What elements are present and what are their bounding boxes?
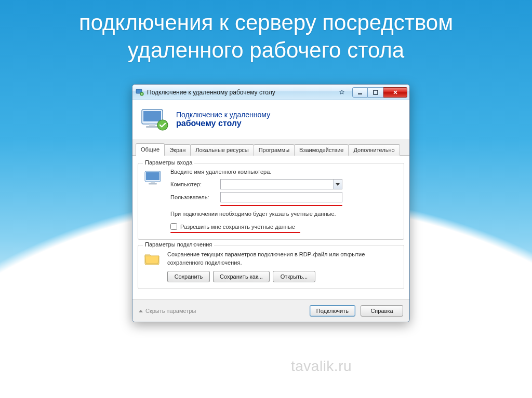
login-group-legend: Параметры входа: [143, 159, 194, 166]
caret-up-icon: [139, 310, 143, 312]
svg-rect-3: [374, 90, 378, 94]
user-label: Пользователь:: [170, 194, 217, 200]
help-button[interactable]: Справка: [361, 305, 403, 317]
titlebar[interactable]: Подключение к удаленному рабочему столу: [132, 85, 409, 100]
rdp-banner-icon: [140, 107, 170, 131]
computer-label: Компьютер:: [170, 181, 217, 187]
chevron-down-icon[interactable]: [333, 180, 342, 189]
save-credentials-checkbox[interactable]: Разрешить мне сохранять учетные данные: [170, 223, 398, 230]
maximize-button[interactable]: [368, 87, 383, 98]
save-button[interactable]: Сохранить: [167, 271, 210, 282]
header-banner: Подключение к удаленному рабочему столу: [132, 100, 409, 140]
save-as-button[interactable]: Сохранить как...: [213, 271, 270, 282]
tab-display[interactable]: Экран: [164, 144, 191, 156]
user-underline-annotation: [220, 205, 342, 206]
tab-general[interactable]: Общие: [136, 143, 165, 156]
svg-rect-12: [149, 183, 157, 185]
monitor-icon: [143, 169, 164, 233]
checkbox-underline-annotation: [170, 232, 300, 233]
connection-group-legend: Параметры подключения: [143, 241, 214, 248]
tab-programs[interactable]: Программы: [254, 144, 295, 156]
svg-rect-10: [146, 172, 159, 180]
header-line1: Подключение к удаленному: [176, 111, 270, 119]
user-input[interactable]: [220, 192, 342, 202]
login-group: Параметры входа Введите имя удаленного к…: [138, 163, 404, 240]
svg-rect-5: [143, 111, 161, 121]
credentials-note: При подключении необходимо будет указать…: [170, 210, 398, 218]
minimize-button[interactable]: [352, 87, 368, 98]
tab-experience[interactable]: Взаимодействие: [294, 144, 349, 156]
header-line2: рабочему столу: [176, 119, 270, 128]
connect-button[interactable]: Подключить: [310, 305, 355, 317]
login-instruction: Введите имя удаленного компьютера.: [170, 169, 398, 175]
tab-pane-general: Параметры входа Введите имя удаленного к…: [132, 156, 409, 299]
svg-rect-11: [151, 182, 155, 183]
hide-options-link[interactable]: Скрыть параметры: [139, 308, 196, 314]
computer-combobox[interactable]: [220, 179, 342, 189]
slide-title: подключения к серверу посредством удален…: [0, 0, 532, 64]
save-credentials-input[interactable]: [170, 223, 177, 230]
connection-desc: Сохранение текущих параметров подключени…: [167, 251, 398, 267]
dialog-footer: Скрыть параметры Подключить Справка: [132, 299, 409, 322]
tab-local-resources[interactable]: Локальные ресурсы: [190, 144, 254, 156]
connection-group: Параметры подключения Сохранение текущих…: [138, 245, 404, 289]
tab-advanced[interactable]: Дополнительно: [348, 144, 400, 156]
open-button[interactable]: Открыть...: [273, 271, 315, 282]
save-credentials-label: Разрешить мне сохранять учетные данные: [180, 224, 295, 230]
svg-rect-2: [358, 93, 362, 94]
svg-point-8: [157, 120, 168, 130]
tab-strip: Общие Экран Локальные ресурсы Программы …: [132, 140, 409, 156]
svg-rect-6: [149, 124, 155, 126]
svg-rect-7: [146, 126, 158, 128]
app-icon: [136, 88, 144, 97]
pin-icon[interactable]: [336, 89, 348, 95]
rdp-window: Подключение к удаленному рабочему столу: [132, 84, 410, 322]
folder-icon: [143, 251, 161, 282]
close-button[interactable]: [383, 87, 407, 98]
window-title: Подключение к удаленному рабочему столу: [147, 89, 332, 96]
